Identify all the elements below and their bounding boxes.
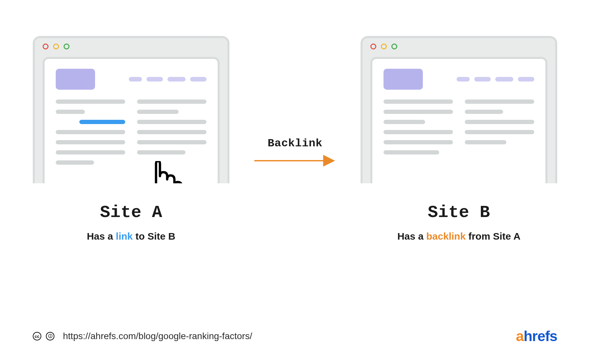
text-line <box>137 100 206 104</box>
caption-text: Has a <box>87 231 116 242</box>
page-a-header <box>56 69 206 90</box>
nav-placeholder <box>457 77 534 82</box>
nav-pill <box>495 77 513 82</box>
nav-placeholder <box>129 77 206 82</box>
body-col-left <box>56 100 125 165</box>
traffic-light-zoom-icon <box>391 44 397 49</box>
caption-highlight-backlink: backlink <box>426 231 466 242</box>
traffic-light-minimize-icon <box>381 44 387 49</box>
caption-highlight-link: link <box>116 231 133 242</box>
traffic-light-zoom-icon <box>64 44 69 49</box>
caption-text: Has a <box>397 231 426 242</box>
text-line <box>137 130 206 134</box>
page-a <box>43 57 220 183</box>
site-b-column: Site B Has a backlink from Site A <box>361 36 557 242</box>
body-col-right <box>137 100 206 165</box>
text-line <box>465 100 534 104</box>
diagram-canvas: Site A Has a link to Site B Backlink <box>0 0 590 364</box>
site-a-title: Site A <box>100 203 162 222</box>
traffic-light-close-icon <box>370 44 376 49</box>
site-b-title: Site B <box>428 203 490 222</box>
page-a-body <box>56 100 206 165</box>
titlebar-b <box>363 38 555 55</box>
text-line <box>137 110 179 114</box>
nav-pill <box>518 77 534 82</box>
text-line <box>384 140 453 144</box>
traffic-light-close-icon <box>43 44 49 49</box>
text-line <box>56 160 94 165</box>
text-line <box>384 120 425 124</box>
text-line <box>56 140 125 144</box>
body-col-left <box>384 100 453 155</box>
browser-window-b <box>361 36 557 183</box>
titlebar-a <box>35 38 227 55</box>
caption-text: from Site A <box>466 231 521 242</box>
body-col-right <box>465 100 534 155</box>
text-line <box>56 110 85 114</box>
cc-by-icon: ⓘ <box>46 332 54 340</box>
caption-text: to Site B <box>133 231 175 242</box>
site-b-caption: Has a backlink from Site A <box>397 231 521 242</box>
site-a-caption: Has a link to Site B <box>87 231 175 242</box>
text-line <box>465 130 534 134</box>
nav-pill <box>474 77 491 82</box>
text-line <box>384 130 453 134</box>
arrow-zone: Backlink <box>252 137 338 167</box>
brand-a: a <box>516 328 523 344</box>
page-b <box>370 57 547 183</box>
text-line <box>137 140 206 144</box>
text-line <box>465 110 503 114</box>
page-b-body <box>384 100 534 155</box>
cc-license-icon: cc <box>33 332 41 340</box>
arrow-label: Backlink <box>267 137 322 150</box>
logo-placeholder <box>384 69 423 90</box>
logo-placeholder <box>56 69 95 90</box>
hyperlink-line[interactable] <box>79 120 125 124</box>
text-line <box>384 100 453 104</box>
source-url: https://ahrefs.com/blog/google-ranking-f… <box>63 331 252 341</box>
browser-window-a <box>33 36 229 183</box>
nav-pill <box>457 77 470 82</box>
text-line <box>137 120 206 124</box>
browser-row: Site A Has a link to Site B Backlink <box>33 36 557 242</box>
text-line <box>56 130 125 134</box>
text-line <box>384 110 453 114</box>
text-line <box>56 150 125 155</box>
text-line <box>137 150 186 155</box>
ahrefs-logo: ahrefs <box>516 328 557 344</box>
brand-rest: hrefs <box>523 328 557 344</box>
site-a-column: Site A Has a link to Site B <box>33 36 229 242</box>
footer-left: cc ⓘ https://ahrefs.com/blog/google-rank… <box>33 331 252 341</box>
nav-pill <box>129 77 142 82</box>
text-line <box>384 150 439 155</box>
text-line <box>465 140 506 144</box>
text-line <box>465 120 534 124</box>
arrow-icon <box>252 154 338 167</box>
nav-pill <box>167 77 186 82</box>
traffic-light-minimize-icon <box>53 44 59 49</box>
nav-pill <box>147 77 163 82</box>
text-line <box>56 100 125 104</box>
page-b-header <box>384 69 534 90</box>
nav-pill <box>190 77 206 82</box>
footer: cc ⓘ https://ahrefs.com/blog/google-rank… <box>33 328 557 344</box>
